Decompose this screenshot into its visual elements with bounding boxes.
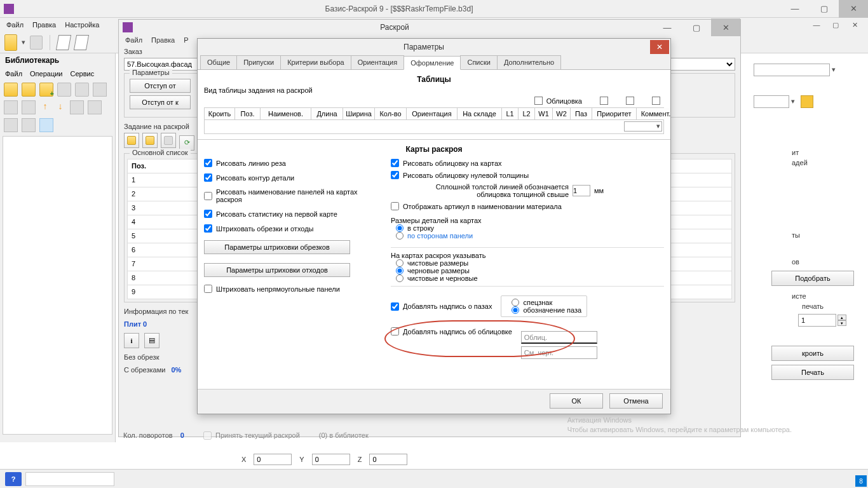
close-button[interactable]: ✕ — [839, 0, 868, 18]
tab-orientation[interactable]: Ориентация — [351, 55, 404, 69]
open-icon[interactable] — [4, 36, 18, 50]
new-doc-icon[interactable] — [4, 83, 18, 97]
folder-new-icon[interactable] — [39, 83, 53, 97]
chk-cut-line[interactable]: Рисовать линию реза — [204, 159, 382, 167]
facing-checkbox[interactable]: Облицовка — [534, 97, 582, 105]
dialog-titlebar[interactable]: Параметры ✕ — [198, 39, 670, 55]
lib-op3-icon[interactable] — [22, 118, 36, 132]
y-input[interactable] — [312, 454, 350, 465]
spin-up-icon[interactable]: ▴ — [837, 315, 846, 320]
thickness-input[interactable] — [573, 185, 590, 196]
grid-blank-row[interactable] — [204, 120, 664, 134]
cut-button[interactable]: кроить — [771, 346, 854, 361]
copies-input[interactable] — [798, 314, 836, 327]
open-dropdown-icon[interactable]: ▾ — [22, 38, 25, 46]
job-new-icon[interactable] — [124, 133, 139, 148]
view-box-icon[interactable] — [57, 36, 71, 50]
mdi-minimize-button[interactable]: — — [807, 19, 826, 30]
chk-paz[interactable]: Добавлять надпись о пазах — [391, 302, 492, 311]
ok-button[interactable]: ОК — [550, 393, 603, 409]
sub-minimize-button[interactable]: — — [653, 18, 682, 36]
save-icon[interactable] — [29, 36, 43, 50]
job-open-icon[interactable] — [142, 133, 158, 148]
x-input[interactable] — [254, 454, 292, 465]
arrow-up-icon[interactable]: ↑ — [39, 100, 51, 112]
search-icon[interactable] — [39, 118, 53, 132]
sub-menu-edit[interactable]: Правка — [151, 36, 175, 44]
tab-criteria[interactable]: Критерии выбора — [280, 55, 351, 69]
mdi-close-button[interactable]: ✕ — [845, 19, 864, 30]
facing-input-1[interactable] — [521, 331, 597, 344]
radio-rough[interactable]: черновые размеры — [396, 267, 664, 274]
tab-appearance[interactable]: Оформление — [403, 56, 461, 70]
print-button[interactable]: Печать — [771, 365, 854, 380]
chk-facing-label[interactable]: Добавлять надпись об облицовке — [391, 327, 512, 336]
radio-size-row[interactable]: в строку — [396, 224, 660, 232]
librarian-tree[interactable] — [3, 136, 112, 435]
chk-stats[interactable]: Рисовать статистику на первой карте — [204, 210, 382, 218]
indent-button-2[interactable]: Отступ от к — [130, 95, 191, 109]
menu-edit[interactable]: Правка — [32, 21, 56, 29]
chk-names[interactable]: Рисовать наименование панелей на картах … — [204, 188, 382, 203]
link-icon[interactable] — [93, 83, 107, 97]
measure-icon[interactable] — [801, 95, 813, 108]
chk-facing-maps[interactable]: Рисовать облицовку на картах — [391, 159, 664, 167]
menu-file[interactable]: Файл — [6, 21, 24, 29]
sub-maximize-button[interactable]: ▢ — [682, 18, 711, 36]
sub-menu-r[interactable]: Р — [184, 36, 188, 44]
col-check-1[interactable] — [600, 97, 608, 105]
help-icon[interactable]: ? — [5, 472, 22, 486]
chk-contour[interactable]: Рисовать контур детали — [204, 173, 382, 182]
cancel-button[interactable]: Отмена — [609, 393, 663, 409]
facing-input-2[interactable] — [521, 346, 597, 359]
spin-down-icon[interactable]: ▾ — [837, 320, 846, 326]
copies-spinner[interactable]: ▴▾ — [798, 314, 862, 327]
comment-dropdown[interactable] — [624, 121, 662, 132]
restore-icon[interactable] — [70, 100, 84, 114]
right-dropdown-1[interactable] — [754, 64, 830, 76]
info-list-icon[interactable]: ▤ — [144, 333, 159, 348]
mdi-maximize-button[interactable]: ▢ — [826, 19, 845, 30]
scissors-icon[interactable] — [22, 100, 36, 114]
lib-menu-file[interactable]: Файл — [5, 70, 22, 78]
sub-close-button[interactable]: ✕ — [711, 18, 740, 36]
folder-icon[interactable] — [22, 83, 36, 97]
radio-size-sides[interactable]: по сторонам панели — [396, 232, 660, 240]
tab-lists[interactable]: Списки — [460, 55, 498, 69]
lib-print-icon[interactable] — [75, 83, 89, 97]
radio-both[interactable]: чистовые и черновые — [396, 274, 664, 282]
radio-paz-name[interactable]: обозначение паза — [512, 306, 581, 314]
dialog-close-button[interactable]: ✕ — [650, 40, 669, 54]
lib-op2-icon[interactable] — [4, 118, 18, 132]
col-check-2[interactable] — [626, 97, 634, 105]
radio-paz-spec[interactable]: спецзнак — [512, 299, 581, 306]
accept-checkbox[interactable]: Принять текущий раскрой — [203, 431, 300, 440]
arrow-down-icon[interactable]: ↓ — [55, 100, 66, 112]
chk-hatch[interactable]: Штриховать обрезки и отходы — [204, 224, 382, 233]
lib-menu-service[interactable]: Сервис — [71, 70, 95, 78]
tab-general[interactable]: Общие — [200, 55, 237, 69]
text-icon[interactable] — [4, 100, 18, 114]
chk-nonrect[interactable]: Штриховать непрямоугольные панели — [204, 285, 382, 293]
z-input[interactable] — [369, 454, 407, 465]
chk-facing-zero[interactable]: Рисовать облицовку нулевой толщины — [391, 171, 664, 179]
lib-menu-ops[interactable]: Операции — [30, 70, 62, 78]
hatch-scraps-button[interactable]: Параметры штриховки обрезков — [204, 240, 350, 254]
radio-clean[interactable]: чистовые размеры — [396, 259, 664, 267]
tab-advanced[interactable]: Дополнительно — [497, 55, 561, 69]
info-i-icon[interactable]: i — [124, 333, 139, 348]
lib-save-icon[interactable] — [57, 83, 71, 97]
indent-button-1[interactable]: Отступ от — [130, 79, 191, 93]
chk-article[interactable]: Отображать артикул в наименовании матери… — [391, 202, 664, 210]
pick-button[interactable]: Подобрать — [771, 271, 854, 286]
col-check-3[interactable] — [652, 97, 660, 105]
hatch-waste-button[interactable]: Параметры штриховки отходов — [204, 263, 350, 277]
tab-allowances[interactable]: Припуски — [236, 55, 281, 69]
sub-menu-file[interactable]: Файл — [125, 36, 142, 44]
view-box2-icon[interactable] — [74, 36, 88, 50]
job-save-icon[interactable] — [161, 133, 176, 148]
maximize-button[interactable]: ▢ — [810, 0, 839, 18]
menu-settings[interactable]: Настройка — [65, 21, 99, 29]
minimize-button[interactable]: — — [780, 0, 810, 18]
right-dropdown-2[interactable] — [754, 95, 789, 108]
